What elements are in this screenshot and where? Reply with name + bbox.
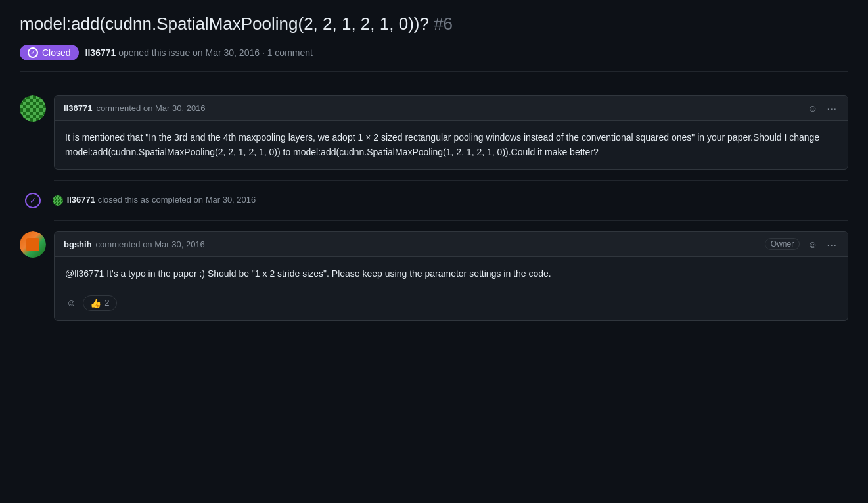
emoji-button-1[interactable]: ☺	[806, 101, 819, 115]
thumbsup-reaction[interactable]: 👍 2	[83, 295, 116, 311]
event-user-link[interactable]: ll36771	[67, 195, 95, 204]
avatar-bgshih	[20, 231, 46, 258]
page-title: model:add(cudnn.SpatialMaxPooling(2, 2, …	[20, 13, 848, 36]
comment-header-2: bgshih commented on Mar 30, 2016 Owner ☺…	[55, 232, 848, 257]
comment-2-date: commented on Mar 30, 2016	[96, 239, 205, 249]
comment-1-date: commented on Mar 30, 2016	[96, 103, 205, 113]
comment-header-1: ll36771 commented on Mar 30, 2016 ☺ ···	[55, 96, 848, 121]
comment-2-username[interactable]: bgshih	[64, 239, 92, 249]
owner-badge: Owner	[765, 238, 800, 250]
thumbsup-emoji: 👍	[90, 298, 101, 308]
closed-event: ✓ ll36771 closed this as completed on Ma…	[20, 181, 848, 220]
closed-icon: ✓	[25, 193, 41, 208]
issue-meta: ✓ Closed ll36771 opened this issue on Ma…	[20, 45, 848, 72]
event-avatar	[53, 195, 63, 206]
event-icon-wrapper: ✓	[20, 187, 46, 214]
comment-box-2: bgshih commented on Mar 30, 2016 Owner ☺…	[54, 231, 848, 321]
opener-link[interactable]: ll36771	[85, 47, 116, 58]
emoji-button-2[interactable]: ☺	[806, 237, 819, 251]
thumbsup-count: 2	[104, 298, 109, 308]
comment-1-wrapper: ll36771 commented on Mar 30, 2016 ☺ ··· …	[20, 85, 848, 180]
more-button-1[interactable]: ···	[825, 101, 838, 115]
comment-box-1: ll36771 commented on Mar 30, 2016 ☺ ··· …	[54, 95, 848, 170]
status-badge: ✓ Closed	[20, 45, 79, 60]
check-icon: ✓	[28, 47, 38, 58]
event-text: ll36771 closed this as completed on Mar …	[53, 195, 256, 206]
issue-meta-text: ll36771 opened this issue on Mar 30, 201…	[85, 47, 313, 58]
comment-2-wrapper: bgshih commented on Mar 30, 2016 Owner ☺…	[20, 221, 848, 331]
more-button-2[interactable]: ···	[825, 237, 838, 251]
comment-1-username[interactable]: ll36771	[64, 103, 92, 113]
avatar-ll36771	[20, 95, 46, 122]
reactions: ☺ 👍 2	[55, 290, 848, 320]
comment-1-body: It is mentioned that "In the 3rd and the…	[55, 121, 848, 169]
comment-2-body: @ll36771 It's a typo in the paper :) Sho…	[55, 257, 848, 290]
add-reaction-button[interactable]: ☺	[65, 296, 78, 310]
timeline: ll36771 commented on Mar 30, 2016 ☺ ··· …	[20, 85, 848, 331]
